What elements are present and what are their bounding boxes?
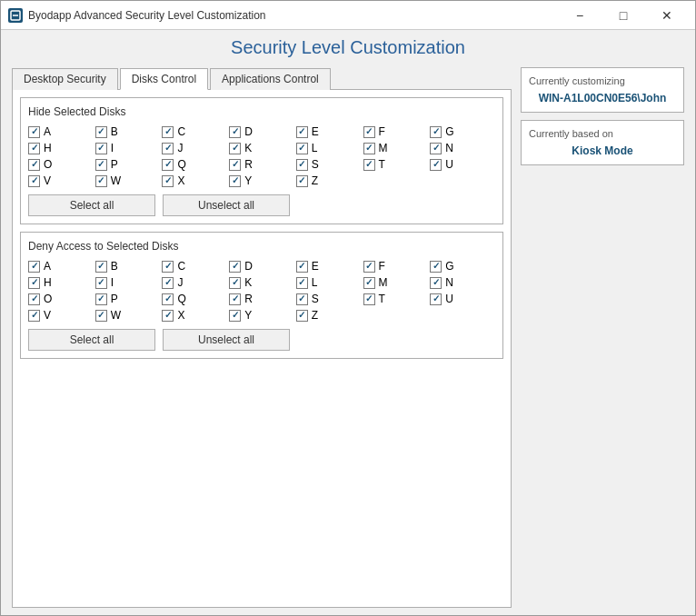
disk-item-r[interactable]: R (229, 293, 294, 305)
disk-item-i[interactable]: I (95, 276, 161, 289)
disk-item-h[interactable]: H (28, 276, 94, 289)
disk-item-a[interactable]: A (28, 125, 94, 138)
disk-item-j[interactable]: J (162, 142, 227, 154)
disk-item-q[interactable]: Q (162, 293, 227, 305)
disk-item-x[interactable]: X (162, 174, 227, 187)
disk-checkbox-n[interactable] (430, 143, 442, 154)
disk-checkbox-x[interactable] (162, 310, 174, 322)
disk-item-b[interactable]: B (95, 125, 161, 138)
disk-item-g[interactable]: G (430, 260, 495, 273)
disk-checkbox-c[interactable] (162, 261, 174, 273)
close-button[interactable]: ✕ (646, 1, 688, 30)
hide-select-all-button[interactable]: Select all (28, 194, 155, 216)
disk-item-d[interactable]: D (229, 125, 294, 138)
disk-item-d[interactable]: D (229, 260, 294, 273)
disk-item-h[interactable]: H (28, 142, 94, 154)
disk-item-s[interactable]: S (296, 293, 362, 305)
disk-item-e[interactable]: E (296, 260, 362, 273)
disk-checkbox-x[interactable] (162, 175, 174, 187)
disk-checkbox-m[interactable] (363, 277, 375, 289)
disk-checkbox-t[interactable] (363, 293, 375, 305)
disk-checkbox-b[interactable] (95, 261, 107, 273)
disk-checkbox-q[interactable] (162, 293, 174, 305)
disk-checkbox-t[interactable] (363, 159, 375, 171)
disk-item-k[interactable]: K (229, 142, 294, 154)
disk-checkbox-d[interactable] (229, 261, 241, 273)
disk-checkbox-e[interactable] (296, 261, 308, 273)
disk-checkbox-h[interactable] (28, 143, 40, 154)
disk-checkbox-h[interactable] (28, 277, 40, 289)
disk-checkbox-b[interactable] (95, 126, 107, 138)
disk-checkbox-k[interactable] (229, 143, 241, 154)
disk-item-i[interactable]: I (95, 142, 161, 154)
minimize-button[interactable]: − (559, 1, 601, 30)
disk-item-f[interactable]: F (363, 125, 429, 138)
disk-item-q[interactable]: Q (162, 158, 227, 171)
disk-checkbox-j[interactable] (162, 277, 174, 289)
disk-item-p[interactable]: P (95, 158, 161, 171)
hide-unselect-all-button[interactable]: Unselect all (163, 194, 290, 216)
disk-item-z[interactable]: Z (296, 174, 362, 187)
tab-apps[interactable]: Applications Control (210, 68, 331, 90)
disk-checkbox-i[interactable] (95, 143, 107, 154)
disk-checkbox-d[interactable] (229, 126, 241, 138)
disk-checkbox-y[interactable] (229, 310, 241, 322)
disk-checkbox-u[interactable] (430, 159, 442, 171)
disk-checkbox-m[interactable] (363, 143, 375, 154)
disk-checkbox-k[interactable] (229, 277, 241, 289)
disk-item-y[interactable]: Y (229, 309, 294, 322)
disk-checkbox-w[interactable] (95, 175, 107, 187)
disk-item-e[interactable]: E (296, 125, 362, 138)
disk-item-w[interactable]: W (95, 309, 161, 322)
disk-checkbox-f[interactable] (363, 126, 375, 138)
disk-item-n[interactable]: N (430, 276, 495, 289)
disk-checkbox-e[interactable] (296, 126, 308, 138)
disk-checkbox-f[interactable] (363, 261, 375, 273)
disk-item-l[interactable]: L (296, 142, 362, 154)
disk-checkbox-u[interactable] (430, 293, 442, 305)
disk-checkbox-j[interactable] (162, 143, 174, 154)
disk-item-v[interactable]: V (28, 174, 94, 187)
deny-select-all-button[interactable]: Select all (28, 329, 155, 351)
disk-checkbox-s[interactable] (296, 159, 308, 171)
disk-item-t[interactable]: T (363, 293, 429, 305)
tab-disks[interactable]: Disks Control (120, 68, 208, 90)
disk-item-b[interactable]: B (95, 260, 161, 273)
disk-item-s[interactable]: S (296, 158, 362, 171)
disk-checkbox-p[interactable] (95, 159, 107, 171)
disk-item-o[interactable]: O (28, 158, 94, 171)
disk-item-r[interactable]: R (229, 158, 294, 171)
disk-checkbox-r[interactable] (229, 159, 241, 171)
disk-checkbox-q[interactable] (162, 159, 174, 171)
disk-checkbox-g[interactable] (430, 261, 442, 273)
disk-item-w[interactable]: W (95, 174, 161, 187)
disk-checkbox-v[interactable] (28, 175, 40, 187)
disk-item-y[interactable]: Y (229, 174, 294, 187)
deny-unselect-all-button[interactable]: Unselect all (163, 329, 290, 351)
disk-item-k[interactable]: K (229, 276, 294, 289)
disk-checkbox-p[interactable] (95, 293, 107, 305)
disk-checkbox-g[interactable] (430, 126, 442, 138)
disk-checkbox-a[interactable] (28, 261, 40, 273)
disk-checkbox-w[interactable] (95, 310, 107, 322)
disk-checkbox-l[interactable] (296, 143, 308, 154)
disk-item-l[interactable]: L (296, 276, 362, 289)
disk-item-u[interactable]: U (430, 158, 495, 171)
disk-checkbox-i[interactable] (95, 277, 107, 289)
disk-item-v[interactable]: V (28, 309, 94, 322)
disk-item-c[interactable]: C (162, 125, 227, 138)
tab-desktop[interactable]: Desktop Security (12, 68, 118, 90)
disk-item-f[interactable]: F (363, 260, 429, 273)
disk-checkbox-a[interactable] (28, 126, 40, 138)
disk-item-m[interactable]: M (363, 142, 429, 154)
disk-checkbox-v[interactable] (28, 310, 40, 322)
disk-item-c[interactable]: C (162, 260, 227, 273)
disk-checkbox-z[interactable] (296, 310, 308, 322)
disk-checkbox-n[interactable] (430, 277, 442, 289)
disk-item-n[interactable]: N (430, 142, 495, 154)
disk-checkbox-s[interactable] (296, 293, 308, 305)
disk-item-x[interactable]: X (162, 309, 227, 322)
disk-checkbox-z[interactable] (296, 175, 308, 187)
disk-item-u[interactable]: U (430, 293, 495, 305)
disk-item-z[interactable]: Z (296, 309, 362, 322)
